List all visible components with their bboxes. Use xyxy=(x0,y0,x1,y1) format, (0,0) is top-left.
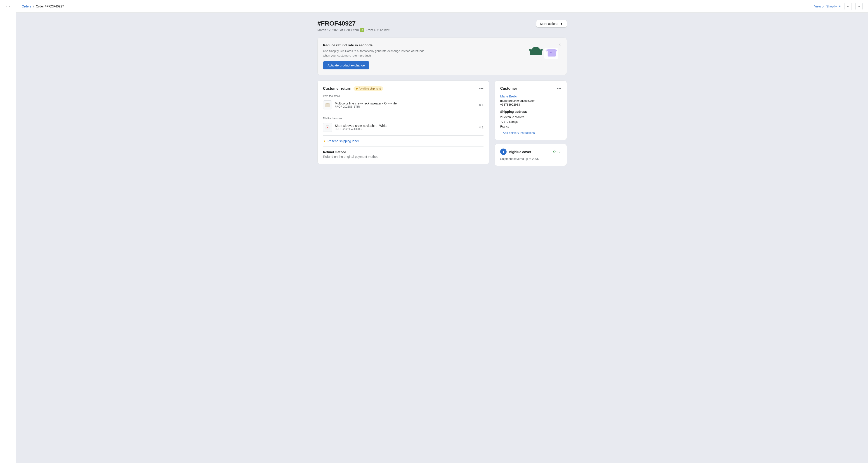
breadcrumb: Orders / Order #FROF40927 xyxy=(22,4,64,8)
bigblue-status: On xyxy=(553,150,557,154)
product1-sku: FROF-2023SS-STRI xyxy=(335,105,476,108)
promo-image: → ♥ xyxy=(525,45,561,68)
product-info-1: Multicolor line crew-neck sweater - Off-… xyxy=(335,101,476,108)
two-col-layout: Customer return Awaiting shipment ••• It… xyxy=(317,81,567,168)
reason2-label: Dislike the style xyxy=(323,117,484,120)
shirt-icon xyxy=(325,125,330,130)
breadcrumb-separator: / xyxy=(33,4,34,8)
check-icon: ✓ xyxy=(559,150,561,154)
view-shopify-button[interactable]: View on Shopify ↗ xyxy=(814,4,841,8)
breadcrumb-orders[interactable]: Orders xyxy=(22,4,31,8)
customer-return-title: Customer return Awaiting shipment xyxy=(323,86,383,91)
order-date: March 12, 2023 at 12:03 from xyxy=(317,28,359,32)
svg-text:♥: ♥ xyxy=(550,51,552,55)
refund-title: Refund method xyxy=(323,150,484,154)
product-thumb-2 xyxy=(323,123,332,132)
bigblue-title-row: ▮ Bigblue cover xyxy=(500,149,531,155)
product-info-2: Short-sleeved crew-neck shirt - White FR… xyxy=(335,124,476,131)
bigblue-title: Bigblue cover xyxy=(509,150,531,154)
refund-desc: Refund on the original payment method xyxy=(323,155,484,158)
activate-product-exchange-button[interactable]: Activate product exchange xyxy=(323,61,369,69)
add-delivery-instructions-link[interactable]: + Add delivery instructions xyxy=(500,131,561,134)
topbar: Orders / Order #FROF40927 View on Shopif… xyxy=(16,0,868,13)
right-column: Customer ••• Marie Brebin marie.brebin@o… xyxy=(495,81,567,168)
breadcrumb-current: Order #FROF40927 xyxy=(36,4,64,8)
shield-icon: ▮ xyxy=(500,149,506,155)
product1-qty: × 1 xyxy=(479,103,484,107)
status-text: Awaiting shipment xyxy=(359,87,381,90)
product-row-2: Short-sleeved crew-neck shirt - White FR… xyxy=(323,123,484,132)
svg-text:→: → xyxy=(539,57,544,63)
reason1-label: Item too small xyxy=(323,94,484,98)
bigblue-header: ▮ Bigblue cover On ✓ xyxy=(500,149,561,155)
refund-section: Refund method Refund on the original pay… xyxy=(323,150,484,158)
svg-marker-15 xyxy=(325,125,330,126)
on-badge: On ✓ xyxy=(553,150,561,154)
customer-phone: +33783902983 xyxy=(500,103,561,106)
sweater-icon xyxy=(325,102,330,107)
svg-rect-12 xyxy=(325,104,330,107)
nav-back-button[interactable]: ← xyxy=(844,3,852,10)
product2-sku: FROF-2022FW-CO0S xyxy=(335,127,476,131)
customer-menu[interactable]: ••• xyxy=(557,86,561,91)
customer-card: Customer ••• Marie Brebin marie.brebin@o… xyxy=(495,81,567,140)
more-actions-button[interactable]: More actions ▼ xyxy=(536,20,567,28)
promo-banner: Reduce refund rate in seconds Use Shopif… xyxy=(317,37,567,75)
left-column: Customer return Awaiting shipment ••• It… xyxy=(317,81,489,168)
customer-return-card: Customer return Awaiting shipment ••• It… xyxy=(317,81,489,164)
customer-email: marie.brebin@outlook.com xyxy=(500,99,561,102)
shipping-address-line1: 20 Avenue Molière xyxy=(500,115,561,120)
bigblue-cover-card: ▮ Bigblue cover On ✓ Shipment covered up… xyxy=(495,144,567,166)
product2-name: Short-sleeved crew-neck shirt - White xyxy=(335,124,476,127)
status-badge: Awaiting shipment xyxy=(353,86,383,91)
shipping-address-line2: 77370 Nangis xyxy=(500,120,561,124)
more-actions-label: More actions xyxy=(540,22,558,26)
promo-close-button[interactable]: × xyxy=(557,41,563,48)
order-subtitle: March 12, 2023 at 12:03 from S From Futu… xyxy=(317,28,390,32)
shipping-title: Shipping address xyxy=(500,110,561,114)
svg-rect-8 xyxy=(548,49,556,57)
plus-icon: + xyxy=(500,131,502,134)
svg-point-16 xyxy=(327,127,328,128)
page-header: #FROF40927 March 12, 2023 at 12:03 from … xyxy=(317,20,567,32)
topbar-actions: View on Shopify ↗ ← → xyxy=(814,3,863,10)
product1-name: Multicolor line crew-neck sweater - Off-… xyxy=(335,101,476,105)
chevron-down-icon: ▼ xyxy=(560,22,563,26)
app-wrapper: ··· Orders / Order #FROF40927 View on Sh… xyxy=(0,0,868,463)
divider-2 xyxy=(323,135,484,136)
customer-name-link[interactable]: Marie Brebin xyxy=(500,94,561,98)
order-title: #FROF40927 xyxy=(317,20,390,27)
product2-qty: × 1 xyxy=(479,125,484,129)
order-source: From Future B2C xyxy=(366,28,390,32)
nav-forward-button[interactable]: → xyxy=(855,3,863,10)
bigblue-description: Shipment covered up to 200€. xyxy=(500,157,561,161)
status-dot xyxy=(356,88,358,90)
promo-content: Reduce refund rate in seconds Use Shopif… xyxy=(323,43,525,69)
promo-title: Reduce refund rate in seconds xyxy=(323,43,525,47)
customer-card-title: Customer xyxy=(500,87,517,91)
shipping-address-line3: France xyxy=(500,124,561,129)
warning-icon: ▲ xyxy=(323,139,326,143)
resend-shipping-label-link[interactable]: ▲ Resend shipping label xyxy=(323,139,484,143)
svg-marker-13 xyxy=(325,103,330,104)
resend-label: Resend shipping label xyxy=(328,139,359,143)
customer-title-text: Customer xyxy=(500,87,517,91)
customer-return-menu[interactable]: ••• xyxy=(479,86,484,91)
customer-return-title-text: Customer return xyxy=(323,87,351,91)
sidebar: ··· xyxy=(0,0,16,463)
page-body: #FROF40927 March 12, 2023 at 12:03 from … xyxy=(307,13,578,463)
promo-illustration: → ♥ xyxy=(527,46,559,66)
divider-1 xyxy=(323,113,484,113)
customer-card-header: Customer ••• xyxy=(500,86,561,91)
product-row-1: Multicolor line crew-neck sweater - Off-… xyxy=(323,100,484,110)
external-link-icon: ↗ xyxy=(838,4,841,8)
main-content: Orders / Order #FROF40927 View on Shopif… xyxy=(16,0,868,463)
customer-return-header: Customer return Awaiting shipment ••• xyxy=(323,86,484,91)
product-thumb-1 xyxy=(323,100,332,110)
order-info: #FROF40927 March 12, 2023 at 12:03 from … xyxy=(317,20,390,32)
promo-description: Use Shopify Gift Cards to automatically … xyxy=(323,49,427,58)
sidebar-menu-dots[interactable]: ··· xyxy=(6,4,10,9)
view-shopify-label: View on Shopify xyxy=(814,4,837,8)
shopify-icon: S xyxy=(360,28,364,32)
add-delivery-label: Add delivery instructions xyxy=(503,131,535,134)
